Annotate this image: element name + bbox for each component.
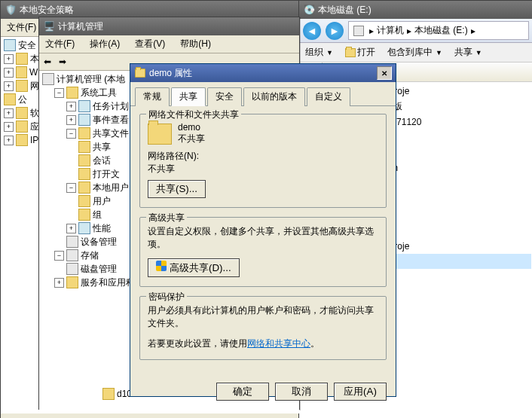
advanced-share-button[interactable]: 高级共享(D)... <box>148 258 240 277</box>
demo-properties-dialog: demo 属性 ✕ 常规 共享 安全 以前的版本 自定义 网络文件和文件夹共享 … <box>130 63 396 397</box>
explorer-nav-toolbar: ◄ ► ▸ 计算机 ▸ 本地磁盘 (E:) ▸ <box>299 19 532 43</box>
secpol-title: 本地安全策略 <box>20 4 74 17</box>
menu-file[interactable]: 文件(F) <box>42 37 78 51</box>
share-name-label: demo <box>178 122 205 133</box>
tools-icon <box>66 87 78 99</box>
tab-previous-versions[interactable]: 以前的版本 <box>243 87 305 106</box>
expand-icon[interactable]: + <box>66 224 76 233</box>
dialog-button-row: 确定 取消 应用(A) <box>130 377 396 407</box>
password-protection-group: 密码保护 用户必须具有此计算机的用户帐户和密码，才能访问共享文件夹。 若要更改此… <box>139 296 387 360</box>
policy-icon <box>4 39 16 51</box>
collapse-icon[interactable]: − <box>66 183 76 193</box>
compmgmt-title: 计算机管理 <box>58 20 103 33</box>
expand-icon[interactable]: + <box>4 68 14 78</box>
folder-icon <box>134 67 146 79</box>
advanced-share-description: 设置自定义权限，创建多个共享，并设置其他高级共享选项。 <box>148 225 378 251</box>
password-protection-text: 用户必须具有此计算机的用户帐户和密码，才能访问共享文件夹。 <box>148 304 378 330</box>
folder-icon <box>16 107 28 119</box>
drive-icon: 💽 <box>303 4 315 16</box>
folder-icon <box>16 121 28 133</box>
tab-general[interactable]: 常规 <box>135 87 170 106</box>
expand-icon[interactable]: + <box>4 81 14 91</box>
disk-icon <box>66 263 78 275</box>
menu-file[interactable]: 文件(F) <box>4 20 39 35</box>
tree-item[interactable]: +Wi <box>2 66 40 79</box>
back-icon[interactable]: ⬅ <box>41 55 54 69</box>
menu-help[interactable]: 帮助(H) <box>177 37 214 51</box>
folder-icon <box>78 195 90 207</box>
expand-icon[interactable]: + <box>4 136 14 145</box>
collapse-icon[interactable]: − <box>66 129 76 139</box>
folder-icon <box>78 154 90 166</box>
menu-action[interactable]: 操作(A) <box>87 37 123 51</box>
collapse-icon[interactable]: − <box>54 88 64 98</box>
expand-icon[interactable]: + <box>66 102 76 111</box>
folder-icon <box>78 209 90 221</box>
drive-icon <box>353 26 364 36</box>
eventlog-icon <box>78 114 90 126</box>
devmgr-icon <box>66 236 78 248</box>
tab-custom[interactable]: 自定义 <box>307 87 350 106</box>
share-button[interactable]: 共享(S)... <box>148 180 206 198</box>
nav-forward-button[interactable]: ► <box>326 22 344 40</box>
folder-icon <box>78 168 90 180</box>
group-title: 密码保护 <box>146 291 187 304</box>
computer-icon: 🖥️ <box>43 20 55 32</box>
compmgmt-titlebar[interactable]: 🖥️ 计算机管理 <box>39 17 299 35</box>
expand-icon[interactable]: + <box>66 115 76 125</box>
cancel-button[interactable]: 取消 <box>275 383 328 401</box>
forward-icon[interactable]: ➡ <box>56 55 69 69</box>
services-icon <box>66 276 78 288</box>
expand-icon[interactable]: + <box>54 278 64 288</box>
breadcrumb-drive[interactable]: 本地磁盘 (E:) <box>414 24 468 37</box>
nav-back-button[interactable]: ◄ <box>303 22 321 40</box>
props-titlebar[interactable]: demo 属性 ✕ <box>130 64 396 82</box>
tree-item[interactable]: +软 <box>2 106 40 120</box>
explorer-command-bar: 组织▼ 打开 包含到库中▼ 共享▼ <box>299 43 532 63</box>
tree-item[interactable]: +本 <box>2 52 40 66</box>
perf-icon <box>78 222 90 234</box>
compmgmt-menubar[interactable]: 文件(F) 操作(A) 查看(V) 帮助(H) <box>39 35 299 53</box>
share-menu[interactable]: 共享▼ <box>454 46 482 59</box>
include-library-menu[interactable]: 包含到库中▼ <box>387 46 442 59</box>
secpol-tree[interactable]: 安全 +本 +Wi +网 公 +软 +应 +IP <box>1 37 41 413</box>
chevron-down-icon: ▼ <box>436 49 442 56</box>
tab-security[interactable]: 安全 <box>207 87 242 106</box>
share-status-label: 不共享 <box>178 133 205 145</box>
expand-icon[interactable]: + <box>4 108 14 118</box>
tree-item[interactable]: +网 <box>2 79 40 93</box>
close-button[interactable]: ✕ <box>377 66 392 80</box>
network-path-label: 网络路径(N): <box>148 150 378 163</box>
folder-icon <box>4 93 16 105</box>
tree-item[interactable]: +应 <box>2 120 40 133</box>
tab-sharing-body: 网络文件和文件夹共享 demo 不共享 网络路径(N): 不共享 共享(S)..… <box>130 106 396 377</box>
group-title: 网络文件和文件夹共享 <box>146 108 241 121</box>
ok-button[interactable]: 确定 <box>216 383 269 401</box>
expand-icon[interactable]: + <box>4 122 14 132</box>
users-icon <box>78 182 90 194</box>
expand-icon[interactable]: + <box>4 54 14 64</box>
breadcrumb[interactable]: ▸ 计算机 ▸ 本地磁盘 (E:) ▸ <box>348 21 529 40</box>
network-path-value: 不共享 <box>148 163 378 175</box>
menu-view[interactable]: 查看(V) <box>132 37 168 51</box>
organize-menu[interactable]: 组织▼ <box>305 46 333 59</box>
storage-icon <box>66 249 78 261</box>
explorer-titlebar[interactable]: 💽 本地磁盘 (E:) <box>299 1 532 19</box>
scheduler-icon <box>78 100 90 112</box>
props-title: demo 属性 <box>149 67 192 80</box>
open-button[interactable]: 打开 <box>345 46 375 59</box>
apply-button[interactable]: 应用(A) <box>334 383 387 401</box>
folder-icon <box>16 80 28 92</box>
tree-item[interactable]: 安全 <box>2 38 40 52</box>
explorer-title: 本地磁盘 (E:) <box>318 4 371 17</box>
tree-item[interactable]: +IP <box>2 133 40 147</box>
collapse-icon[interactable]: − <box>54 251 64 261</box>
breadcrumb-computer[interactable]: 计算机 <box>377 24 404 37</box>
tab-sharing[interactable]: 共享 <box>171 87 206 106</box>
folder-icon <box>16 134 28 146</box>
network-sharing-center-link[interactable]: 网络和共享中心 <box>247 338 310 349</box>
computer-icon <box>42 73 54 85</box>
tree-item[interactable]: 公 <box>2 93 40 106</box>
advanced-sharing-group: 高级共享 设置自定义权限，创建多个共享，并设置其他高级共享选项。 高级共享(D)… <box>139 217 387 287</box>
password-protection-hint: 若要更改此设置，请使用网络和共享中心。 <box>148 337 378 350</box>
